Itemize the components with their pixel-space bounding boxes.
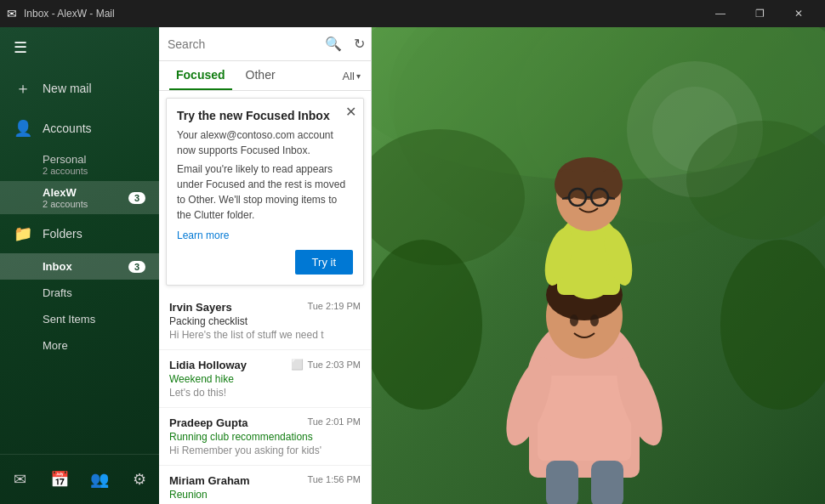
- titlebar-left: ✉ Inbox - AlexW - Mail: [7, 7, 115, 20]
- close-button[interactable]: ✕: [779, 0, 818, 27]
- mail-bottom-icon[interactable]: ✉: [0, 462, 40, 497]
- maximize-button[interactable]: ❐: [740, 0, 779, 27]
- search-icon[interactable]: 🔍: [321, 34, 345, 54]
- content-panel: [372, 27, 825, 504]
- folders-nav-item[interactable]: 📁 Folders: [0, 214, 159, 253]
- new-mail-label: New mail: [43, 82, 92, 95]
- search-input[interactable]: [168, 37, 316, 51]
- refresh-icon[interactable]: ↻: [350, 34, 368, 54]
- mail-item[interactable]: Pradeep Gupta Tue 2:01 PM Running club r…: [159, 408, 371, 466]
- accounts-nav-item[interactable]: 👤 Accounts: [0, 109, 159, 148]
- svg-rect-28: [591, 461, 623, 504]
- mail-list: Irvin Sayers Tue 2:19 PM Packing checkli…: [159, 292, 371, 504]
- notification-body: Your alexw@contoso.com account now suppo…: [177, 127, 353, 223]
- alexw-desc: 2 accounts: [43, 199, 88, 209]
- mail-time: Tue 1:56 PM: [307, 474, 361, 484]
- contacts-bottom-icon[interactable]: 👥: [80, 462, 120, 497]
- notification-body1: Your alexw@contoso.com account now suppo…: [177, 129, 333, 156]
- inbox-label: Inbox: [43, 260, 72, 273]
- notification-close-button[interactable]: ✕: [345, 105, 356, 119]
- mail-preview: Hi Remember you asking for kids': [169, 445, 361, 456]
- mail-sender: Miriam Graham: [169, 474, 250, 487]
- inbox-folder-item[interactable]: Inbox 3: [0, 253, 159, 280]
- flag-icon: ⬜: [291, 359, 304, 371]
- mail-item[interactable]: Irvin Sayers Tue 2:19 PM Packing checkli…: [159, 292, 371, 350]
- personal-desc: 2 accounts: [43, 166, 145, 176]
- sidebar-bottom-nav: ✉ 📅 👥 ⚙: [0, 454, 159, 504]
- hamburger-icon: ☰: [14, 38, 27, 57]
- svg-point-10: [570, 314, 578, 326]
- notification-body2: Email you're likely to read appears unde…: [177, 161, 353, 223]
- minimize-button[interactable]: —: [701, 0, 740, 27]
- inbox-badge: 3: [128, 261, 145, 273]
- search-bar: 🔍 ↻ ⊟: [159, 27, 371, 61]
- learn-more-link[interactable]: Learn more: [177, 229, 353, 241]
- tab-all[interactable]: All ▾: [343, 70, 361, 82]
- more-label: More: [43, 339, 68, 352]
- chevron-down-icon: ▾: [356, 71, 361, 81]
- mail-time: Tue 2:03 PM: [307, 360, 361, 370]
- new-mail-button[interactable]: ＋ New mail: [0, 68, 159, 109]
- svg-point-19: [597, 169, 623, 200]
- mail-tabs: Focused Other All ▾: [159, 61, 371, 91]
- app-icon: ✉: [7, 7, 17, 20]
- accounts-icon: 👤: [14, 119, 32, 138]
- mail-preview: Let's do this!: [169, 387, 361, 399]
- personal-account-item[interactable]: Personal 2 accounts: [0, 148, 159, 181]
- drafts-folder-item[interactable]: Drafts: [0, 280, 159, 306]
- sidebar-hamburger[interactable]: ☰: [0, 27, 159, 68]
- mail-sender: Lidia Holloway: [169, 359, 247, 371]
- mail-time: Tue 2:19 PM: [307, 301, 361, 311]
- mail-time: Tue 2:01 PM: [307, 416, 361, 427]
- alexw-name: AlexW: [43, 186, 88, 199]
- try-it-button[interactable]: Try it: [295, 250, 353, 275]
- sent-label: Sent Items: [43, 313, 95, 326]
- compose-icon: ＋: [14, 78, 32, 99]
- svg-point-11: [590, 314, 599, 326]
- folders-icon: 📁: [14, 224, 32, 243]
- alexw-badge: 3: [128, 192, 145, 204]
- titlebar-controls: — ❐ ✕: [701, 0, 818, 27]
- tab-other[interactable]: Other: [239, 61, 282, 90]
- mail-subject: Running club recommendations: [169, 431, 361, 443]
- alexw-account-item[interactable]: AlexW 2 accounts 3: [0, 181, 159, 214]
- mail-item[interactable]: Miriam Graham Tue 1:56 PM Reunion Hi I j…: [159, 466, 371, 504]
- notification-title: Try the new Focused Inbox: [177, 109, 353, 122]
- tab-focused[interactable]: Focused: [169, 61, 232, 90]
- mail-sender: Irvin Sayers: [169, 301, 232, 314]
- mail-subject: Packing checklist: [169, 315, 361, 327]
- titlebar: ✉ Inbox - AlexW - Mail — ❐ ✕: [0, 0, 825, 27]
- more-folder-item[interactable]: More: [0, 332, 159, 359]
- personal-name: Personal: [43, 153, 145, 166]
- folders-label: Folders: [43, 227, 82, 241]
- all-label: All: [343, 70, 355, 82]
- accounts-label: Accounts: [43, 122, 92, 135]
- mail-preview: Hi Here's the list of stuff we need t: [169, 329, 361, 341]
- sidebar: ☰ ＋ New mail 👤 Accounts Personal 2 accou…: [0, 27, 159, 504]
- mail-item[interactable]: Lidia Holloway ⬜ Tue 2:03 PM Weekend hik…: [159, 350, 371, 408]
- photo-illustration: [372, 27, 825, 504]
- focused-inbox-notification: ✕ Try the new Focused Inbox Your alexw@c…: [166, 98, 364, 286]
- mail-subject: Reunion: [169, 489, 361, 501]
- photo-background: [372, 27, 825, 504]
- settings-bottom-icon[interactable]: ⚙: [119, 462, 159, 497]
- svg-rect-27: [546, 461, 578, 504]
- calendar-bottom-icon[interactable]: 📅: [40, 462, 80, 497]
- app-body: ☰ ＋ New mail 👤 Accounts Personal 2 accou…: [0, 27, 825, 504]
- mail-subject: Weekend hike: [169, 373, 361, 385]
- svg-point-18: [555, 169, 580, 200]
- mail-sender: Pradeep Gupta: [169, 416, 248, 429]
- titlebar-title: Inbox - AlexW - Mail: [24, 8, 115, 20]
- mail-list-panel: 🔍 ↻ ⊟ Focused Other All ▾ ✕ Try the new …: [159, 27, 372, 504]
- drafts-label: Drafts: [43, 286, 72, 299]
- sent-items-folder-item[interactable]: Sent Items: [0, 306, 159, 332]
- svg-rect-7: [538, 376, 631, 461]
